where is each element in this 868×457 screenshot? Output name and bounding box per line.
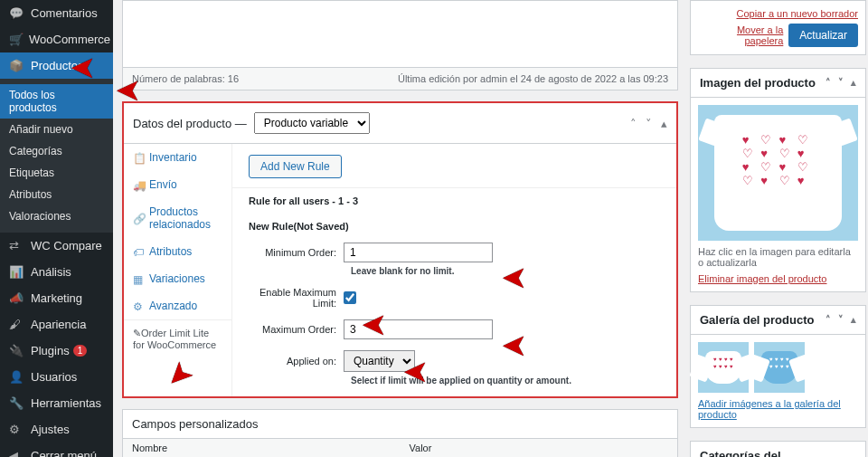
sidebar-sub-atributos[interactable]: Atributos bbox=[0, 184, 113, 205]
sidebar-sub-valoraciones[interactable]: Valoraciones bbox=[0, 205, 113, 227]
sidebar-item-wc-compare[interactable]: ⇄WC Compare bbox=[0, 233, 113, 259]
min-order-hint: Leave blank for no limit. bbox=[351, 266, 660, 276]
main-content: Número de palabras: 16 Última edición po… bbox=[113, 0, 687, 457]
last-edit: Última edición por admin el 24 de agosto… bbox=[398, 73, 668, 84]
chevron-down-icon[interactable]: ˅ bbox=[838, 77, 844, 89]
add-gallery-link[interactable]: Añadir imágenes a la galería del product… bbox=[698, 398, 858, 420]
sidebar-item-marketing[interactable]: 📣Marketing bbox=[0, 285, 113, 311]
add-rule-button[interactable]: Add New Rule bbox=[249, 155, 342, 178]
applied-on-hint: Select if limit will be applied on quant… bbox=[351, 376, 660, 386]
tab-advanced[interactable]: ⚙Avanzado bbox=[124, 292, 231, 319]
sidebar-item-ajustes[interactable]: ⚙Ajustes bbox=[0, 416, 113, 443]
right-sidebar: Copiar a un nuevo borrador Mover a la pa… bbox=[690, 0, 866, 457]
menu-icon: ⚙ bbox=[9, 423, 25, 436]
min-order-label: Minimum Order: bbox=[249, 247, 344, 258]
min-order-input[interactable] bbox=[344, 243, 493, 262]
clipboard-icon: 📋 bbox=[133, 152, 145, 164]
admin-sidebar: 💬Comentarios🛒WooCommerce📦ProductosTodos … bbox=[0, 0, 113, 457]
product-gallery-box: Galería del producto ˄˅▴ ♥♥♥♥♥♥♥♥ ♥♥♥♥♥♥… bbox=[690, 305, 866, 428]
badge: 1 bbox=[73, 345, 88, 357]
editor-footer: Número de palabras: 16 Última edición po… bbox=[122, 68, 678, 90]
menu-icon: 🔌 bbox=[9, 344, 25, 357]
max-order-input[interactable] bbox=[344, 319, 493, 339]
menu-icon: 📣 bbox=[9, 291, 25, 305]
rule-header: Rule for all users - 1 - 3 bbox=[232, 187, 676, 214]
sidebar-sub-todos-los-productos[interactable]: Todos los productos bbox=[0, 84, 113, 119]
chevron-up-icon[interactable]: ˄ bbox=[630, 117, 637, 130]
sidebar-item-comentarios[interactable]: 💬Comentarios bbox=[0, 0, 113, 26]
gallery-title: Galería del producto bbox=[700, 313, 814, 327]
sidebar-sub-categorías[interactable]: Categorías bbox=[0, 140, 113, 162]
product-data-header: Datos del producto — Producto variable ˄… bbox=[124, 103, 676, 144]
grid-icon: ▦ bbox=[133, 273, 145, 285]
sidebar-sub-etiquetas[interactable]: Etiquetas bbox=[0, 162, 113, 184]
update-button[interactable]: Actualizar bbox=[788, 24, 858, 47]
cf-col-value: Valor bbox=[401, 439, 678, 457]
chevron-down-icon[interactable]: ˅ bbox=[646, 117, 652, 130]
product-data-title: Datos del producto — bbox=[133, 117, 247, 130]
trash-link[interactable]: Mover a la papelera bbox=[698, 24, 783, 46]
chevron-up-icon[interactable]: ˄ bbox=[826, 77, 831, 89]
sidebar-item-herramientas[interactable]: 🔧Herramientas bbox=[0, 390, 113, 416]
tab-order-limit[interactable]: ✎Order Limit Lite for WooCommerce bbox=[124, 319, 231, 357]
tab-inventory[interactable]: 📋Inventario bbox=[124, 144, 231, 171]
max-order-label: Maximum Order: bbox=[249, 324, 344, 335]
menu-icon: 🖌 bbox=[9, 318, 25, 331]
new-rule-label: New Rule(Not Saved) bbox=[249, 221, 660, 232]
product-image-box: Imagen del producto ˄˅▴ ♥♡♥♡♡♥♡♥♥♡♥♡♡♥♡♥… bbox=[690, 68, 866, 292]
sidebar-item-análisis[interactable]: 📊Análisis bbox=[0, 259, 113, 285]
tab-attributes[interactable]: 🏷Atributos bbox=[124, 238, 231, 265]
product-pane: Add New Rule Rule for all users - 1 - 3 … bbox=[232, 144, 676, 396]
link-icon: 🔗 bbox=[133, 213, 145, 224]
tab-shipping[interactable]: 🚚Envío bbox=[124, 171, 231, 198]
menu-icon: ◀ bbox=[9, 449, 25, 457]
menu-icon: 🛒 bbox=[9, 33, 24, 46]
sidebar-item-woocommerce[interactable]: 🛒WooCommerce bbox=[0, 26, 113, 52]
remove-image-link[interactable]: Eliminar imagen del producto bbox=[698, 273, 858, 284]
truck-icon: 🚚 bbox=[133, 179, 145, 191]
gallery-thumb-2[interactable]: ♥♥♥♥♥♥♥♥ bbox=[754, 342, 805, 393]
copy-draft-link[interactable]: Copiar a un nuevo borrador bbox=[736, 8, 858, 19]
caret-up-icon[interactable]: ▴ bbox=[851, 77, 856, 89]
sidebar-item-plugins[interactable]: 🔌Plugins1 bbox=[0, 338, 113, 364]
menu-icon: 🔧 bbox=[9, 396, 25, 410]
tab-linked[interactable]: 🔗Productos relacionados bbox=[124, 198, 231, 238]
product-image-thumb[interactable]: ♥♡♥♡♡♥♡♥♥♡♥♡♡♥♡♥ bbox=[698, 105, 858, 241]
categories-title: Categorías del producto bbox=[700, 449, 826, 457]
caret-up-icon[interactable]: ▴ bbox=[661, 117, 667, 130]
menu-icon: 💬 bbox=[9, 6, 25, 20]
enable-max-checkbox[interactable] bbox=[344, 291, 356, 304]
menu-icon: 📦 bbox=[9, 59, 25, 72]
editor-body[interactable] bbox=[122, 0, 678, 68]
sidebar-item-productos[interactable]: 📦Productos bbox=[0, 52, 113, 79]
sidebar-item-apariencia[interactable]: 🖌Apariencia bbox=[0, 311, 113, 338]
sidebar-item-cerrar-menú[interactable]: ◀Cerrar menú bbox=[0, 443, 113, 457]
product-image-caption: Haz clic en la imagen para editarla o ac… bbox=[698, 246, 858, 268]
chevron-up-icon[interactable]: ˄ bbox=[826, 314, 831, 326]
product-image-title: Imagen del producto bbox=[700, 76, 816, 90]
product-type-select[interactable]: Producto variable bbox=[254, 112, 370, 134]
custom-fields-cols: Nombre Valor bbox=[122, 439, 678, 457]
word-count: Número de palabras: 16 bbox=[132, 73, 239, 84]
sidebar-sub-añadir-nuevo[interactable]: Añadir nuevo bbox=[0, 119, 113, 140]
applied-on-select[interactable]: Quantity bbox=[344, 350, 415, 372]
custom-fields-header[interactable]: Campos personalizados bbox=[122, 409, 678, 439]
tab-variations[interactable]: ▦Variaciones bbox=[124, 265, 231, 292]
enable-max-label: Enable Maximum Limit: bbox=[249, 287, 344, 309]
product-categories-box: Categorías del producto ˄˅▴ bbox=[690, 441, 866, 457]
publish-box: Copiar a un nuevo borrador Mover a la pa… bbox=[690, 0, 866, 55]
menu-icon: ⇄ bbox=[9, 239, 25, 252]
caret-up-icon[interactable]: ▴ bbox=[851, 314, 856, 326]
hearts-icon: ♥♡♥♡♡♥♡♥♥♡♥♡♡♥♡♥ bbox=[742, 134, 814, 186]
gallery-thumb-1[interactable]: ♥♥♥♥♥♥♥♥ bbox=[698, 342, 749, 393]
tag-icon: 🏷 bbox=[133, 246, 145, 258]
applied-on-label: Applied on: bbox=[249, 356, 344, 367]
product-tabs: 📋Inventario 🚚Envío 🔗Productos relacionad… bbox=[124, 144, 232, 396]
product-data-panel: Datos del producto — Producto variable ˄… bbox=[122, 101, 678, 398]
gear-icon: ⚙ bbox=[133, 300, 145, 312]
cf-col-name: Nombre bbox=[123, 439, 401, 457]
menu-icon: 📊 bbox=[9, 265, 25, 279]
menu-icon: 👤 bbox=[9, 370, 25, 384]
chevron-down-icon[interactable]: ˅ bbox=[838, 314, 844, 326]
sidebar-item-usuarios[interactable]: 👤Usuarios bbox=[0, 364, 113, 390]
